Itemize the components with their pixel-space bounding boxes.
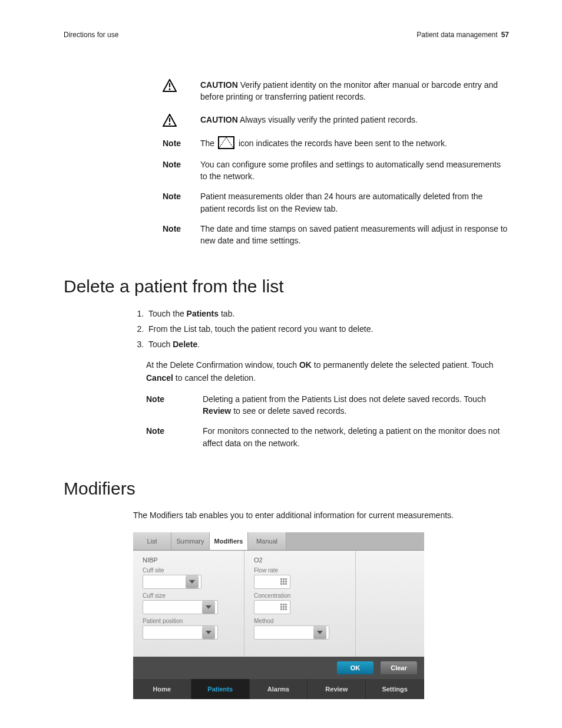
- ok-button[interactable]: OK: [337, 661, 373, 674]
- step-2: From the List tab, touch the patient rec…: [146, 322, 509, 335]
- label-flow-rate: Flow rate: [254, 567, 348, 574]
- label-patient-position: Patient position: [143, 618, 237, 624]
- note-row: Note Deleting a patient from the Patient…: [146, 393, 509, 426]
- nav-alarms[interactable]: Alarms: [250, 679, 308, 699]
- chevron-down-icon[interactable]: [202, 601, 215, 614]
- chevron-down-icon[interactable]: [186, 575, 199, 588]
- note-text-pre: The: [200, 139, 217, 148]
- nav-patients[interactable]: Patients: [191, 679, 250, 699]
- tab-summary[interactable]: Summary: [171, 532, 210, 550]
- note-label: Note: [146, 425, 203, 457]
- step-1: Touch the Patients tab.: [146, 307, 509, 320]
- note-row: Note Patient measurements older than 24 …: [163, 190, 509, 223]
- nav-settings[interactable]: Settings: [366, 679, 424, 699]
- label-concentration: Concentration: [254, 592, 348, 599]
- caution-text: Verify patient identity on the monitor a…: [200, 80, 498, 101]
- tab-list[interactable]: List: [133, 532, 171, 550]
- caution-row: CAUTION Verify patient identity on the m…: [163, 79, 509, 103]
- tab-manual[interactable]: Manual: [248, 532, 286, 550]
- section-title-modifiers: Modifiers: [64, 479, 509, 499]
- note-label: Note: [146, 393, 203, 426]
- tab-strip: List Summary Modifiers Manual: [133, 532, 424, 551]
- section-title-delete: Delete a patient from the list: [64, 276, 509, 297]
- step-3: Touch Delete.: [146, 338, 509, 351]
- input-method[interactable]: [254, 625, 329, 640]
- page-number: 57: [501, 31, 509, 39]
- device-screenshot: List Summary Modifiers Manual NIBP Cuff …: [133, 532, 424, 699]
- svg-point-3: [169, 123, 171, 125]
- panel-o2: O2 Flow rate Concentration Method: [244, 551, 355, 657]
- input-flow-rate[interactable]: [254, 575, 290, 589]
- header-right-text: Patient data management: [416, 31, 497, 39]
- label-method: Method: [254, 618, 348, 624]
- note-row: Note The date and time stamps on saved p…: [163, 223, 509, 255]
- panel-nibp: NIBP Cuff site Cuff size Patient positio…: [133, 551, 244, 657]
- keypad-icon: [280, 604, 287, 611]
- header-left: Directions for use: [64, 31, 118, 39]
- clear-button[interactable]: Clear: [381, 661, 417, 674]
- note-label: Note: [163, 137, 200, 159]
- input-cuff-size[interactable]: [143, 600, 218, 614]
- caution-row: CAUTION Always visually verify the print…: [163, 114, 509, 127]
- note-text: Patient measurements older than 24 hours…: [200, 190, 509, 223]
- nav-review[interactable]: Review: [308, 679, 366, 699]
- modifiers-intro-text: The Modifiers tab enables you to enter a…: [133, 509, 509, 522]
- panel-title-nibp: NIBP: [143, 556, 237, 564]
- note-text-post: icon indicates the records have been sen…: [239, 139, 447, 148]
- note-text: You can configure some profiles and sett…: [200, 159, 509, 191]
- caution-label: CAUTION: [200, 80, 238, 90]
- input-cuff-site[interactable]: [143, 575, 201, 589]
- label-cuff-size: Cuff size: [143, 592, 237, 599]
- caution-text: Always visually verify the printed patie…: [240, 115, 418, 124]
- note-row: Note For monitors connected to the netwo…: [146, 425, 509, 457]
- keypad-icon: [280, 578, 287, 585]
- caution-label: CAUTION: [200, 115, 238, 124]
- note-label: Note: [163, 159, 200, 191]
- svg-point-1: [169, 88, 171, 90]
- note-row: Note The icon indicates the records have…: [163, 137, 509, 159]
- tab-modifiers[interactable]: Modifiers: [210, 532, 248, 550]
- panel-empty: [355, 551, 424, 657]
- caution-icon: [163, 114, 200, 127]
- bottom-nav: Home Patients Alarms Review Settings: [133, 679, 424, 699]
- chevron-down-icon[interactable]: [313, 626, 326, 639]
- input-patient-position[interactable]: [143, 625, 218, 640]
- delete-confirmation-text: At the Delete Confirmation window, touch…: [146, 358, 509, 385]
- caution-icon: [163, 79, 200, 92]
- note-text: The date and time stamps on saved patien…: [200, 223, 509, 255]
- note-row: Note You can configure some profiles and…: [163, 159, 509, 191]
- label-cuff-site: Cuff site: [143, 567, 237, 574]
- note-label: Note: [163, 223, 200, 255]
- note-text: Deleting a patient from the Patients Lis…: [203, 394, 486, 404]
- nav-home[interactable]: Home: [133, 679, 191, 699]
- action-bar: OK Clear: [133, 657, 424, 679]
- panel-title-o2: O2: [254, 556, 348, 564]
- note-text: For monitors connected to the network, d…: [203, 425, 509, 457]
- running-header: Directions for use Patient data manageme…: [64, 31, 509, 39]
- input-concentration[interactable]: [254, 600, 290, 614]
- chevron-down-icon[interactable]: [202, 626, 215, 639]
- note-label: Note: [163, 190, 200, 223]
- envelope-icon: [218, 136, 234, 149]
